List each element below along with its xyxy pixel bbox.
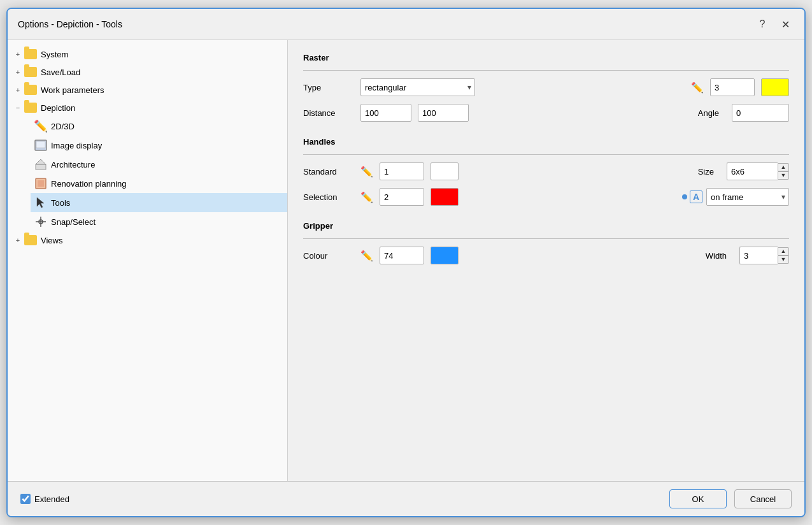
- tree-item-imagedisplay[interactable]: Image display: [31, 136, 287, 155]
- tree-item-2d3d[interactable]: ✏️ 2D/3D: [31, 117, 287, 136]
- raster-color-box[interactable]: [761, 78, 789, 96]
- tree-item-views[interactable]: + Views: [8, 231, 287, 249]
- folder-icon-saveload: [24, 66, 37, 78]
- folder-icon-workparams: [24, 83, 37, 96]
- handles-title: Handles: [303, 137, 789, 147]
- snap-icon: [34, 215, 47, 228]
- handles-size-label: Size: [688, 167, 720, 176]
- tree-item-snapselect[interactable]: Snap/Select: [31, 212, 287, 231]
- handles-size-spinner: ▲ ▼: [727, 162, 789, 180]
- tree-item-depiction[interactable]: − Depiction: [8, 99, 287, 117]
- tree-label-tools: Tools: [51, 198, 70, 208]
- handles-selection-label: Selection: [303, 192, 354, 202]
- tree-item-renovation[interactable]: Renovation planning: [31, 174, 287, 193]
- gripper-colour-label: Colour: [303, 251, 354, 261]
- gripper-colour-box[interactable]: [431, 247, 459, 264]
- extended-checkbox[interactable]: [20, 494, 31, 504]
- bottom-bar: Extended OK Cancel: [8, 481, 804, 516]
- gripper-colour-pencil[interactable]: ✏️: [360, 250, 373, 262]
- a-icon: A: [690, 191, 702, 203]
- svg-marker-3: [36, 159, 46, 164]
- raster-type-select[interactable]: rectangular: [360, 78, 475, 96]
- tree-label-snapselect: Snap/Select: [51, 217, 96, 227]
- on-frame-wrapper: on frame on object centered: [706, 188, 789, 206]
- depiction-children: ✏️ 2D/3D Image display: [31, 117, 287, 231]
- extended-checkbox-label[interactable]: Extended: [20, 494, 69, 504]
- dialog-title: Options - Depiction - Tools: [18, 19, 122, 29]
- svg-rect-5: [38, 180, 44, 187]
- size-up-button[interactable]: ▲: [778, 163, 789, 171]
- handles-selection-row: Selection ✏️ A on frame on obje: [303, 188, 789, 206]
- handles-size-input[interactable]: [727, 162, 778, 180]
- svg-marker-6: [37, 198, 44, 208]
- tree-label-2d3d: 2D/3D: [51, 122, 75, 131]
- extended-label: Extended: [34, 494, 69, 504]
- raster-type-label: Type: [303, 83, 354, 92]
- handles-selection-color[interactable]: [431, 188, 459, 206]
- on-frame-select[interactable]: on frame on object centered: [706, 188, 789, 206]
- size-down-button[interactable]: ▼: [778, 171, 789, 180]
- size-spinner-group: ▲ ▼: [778, 163, 789, 180]
- title-bar: Options - Depiction - Tools ? ✕: [8, 9, 804, 40]
- gripper-colour-input[interactable]: [380, 247, 424, 264]
- gripper-title: Gripper: [303, 221, 789, 231]
- expand-depiction: −: [13, 103, 23, 113]
- tree-item-saveload[interactable]: + Save/Load: [8, 63, 287, 81]
- gripper-up-button[interactable]: ▲: [778, 247, 789, 255]
- tree-label-imagedisplay: Image display: [51, 141, 102, 150]
- raster-distance-label: Distance: [303, 108, 354, 118]
- options-dialog: Options - Depiction - Tools ? ✕ + System…: [6, 8, 806, 517]
- handles-section: Handles Standard ✏️ Size ▲ ▼: [303, 137, 789, 206]
- handles-standard-color[interactable]: [431, 162, 459, 180]
- handles-selection-pencil[interactable]: ✏️: [360, 191, 373, 203]
- handles-standard-label: Standard: [303, 167, 354, 176]
- help-button[interactable]: ?: [753, 15, 771, 33]
- close-button[interactable]: ✕: [776, 15, 794, 33]
- svg-rect-2: [36, 164, 46, 169]
- gripper-width-input[interactable]: [739, 247, 778, 264]
- raster-angle-input[interactable]: [732, 104, 789, 122]
- expand-workparams: +: [13, 85, 23, 95]
- pencil-icon-2d3d: ✏️: [34, 120, 47, 133]
- raster-pencil-icon[interactable]: ✏️: [691, 82, 704, 94]
- cancel-button[interactable]: Cancel: [734, 489, 792, 508]
- gripper-colour-row: Colour ✏️ Width ▲ ▼: [303, 247, 789, 264]
- expand-system: +: [13, 49, 23, 59]
- dot-blue-icon: [682, 194, 687, 199]
- raster-title: Raster: [303, 53, 789, 62]
- raster-dist-y-input[interactable]: [418, 104, 469, 122]
- gripper-section: Gripper Colour ✏️ Width ▲ ▼: [303, 221, 789, 264]
- tools-cursor-icon: [34, 196, 47, 209]
- svg-rect-1: [36, 141, 45, 148]
- tree-item-system[interactable]: + System: [8, 45, 287, 63]
- main-content: + System + Save/Load + Work p: [8, 40, 804, 481]
- tree-label-views: Views: [41, 236, 62, 245]
- folder-icon-system: [24, 48, 37, 61]
- raster-number-input[interactable]: [710, 78, 755, 96]
- tree-item-tools[interactable]: Tools: [31, 193, 287, 212]
- raster-distance-row: Distance Angle: [303, 104, 789, 122]
- image-icon: [34, 139, 47, 152]
- architecture-icon: [34, 158, 47, 171]
- folder-icon-depiction: [24, 101, 37, 114]
- tree-item-architecture[interactable]: Architecture: [31, 155, 287, 174]
- right-panel: Raster Type rectangular ✏️: [288, 40, 804, 481]
- renovation-icon: [34, 177, 47, 190]
- title-bar-buttons: ? ✕: [753, 15, 794, 33]
- tree-label-architecture: Architecture: [51, 160, 95, 169]
- handles-standard-input[interactable]: [380, 162, 424, 180]
- ok-button[interactable]: OK: [669, 489, 727, 508]
- tree-label-system: System: [41, 50, 68, 59]
- raster-dist-x-input[interactable]: [360, 104, 411, 122]
- gripper-width-label: Width: [695, 251, 733, 261]
- tree-label-workparams: Work parameters: [41, 85, 104, 95]
- handles-standard-row: Standard ✏️ Size ▲ ▼: [303, 162, 789, 180]
- tree-label-saveload: Save/Load: [41, 68, 80, 77]
- raster-section: Raster Type rectangular ✏️: [303, 53, 789, 122]
- handles-standard-pencil[interactable]: ✏️: [360, 166, 373, 178]
- raster-type-wrapper: rectangular: [360, 78, 475, 96]
- tree-item-workparams[interactable]: + Work parameters: [8, 81, 287, 99]
- gripper-down-button[interactable]: ▼: [778, 255, 789, 264]
- handles-selection-input[interactable]: [380, 188, 424, 206]
- raster-type-row: Type rectangular ✏️: [303, 78, 789, 96]
